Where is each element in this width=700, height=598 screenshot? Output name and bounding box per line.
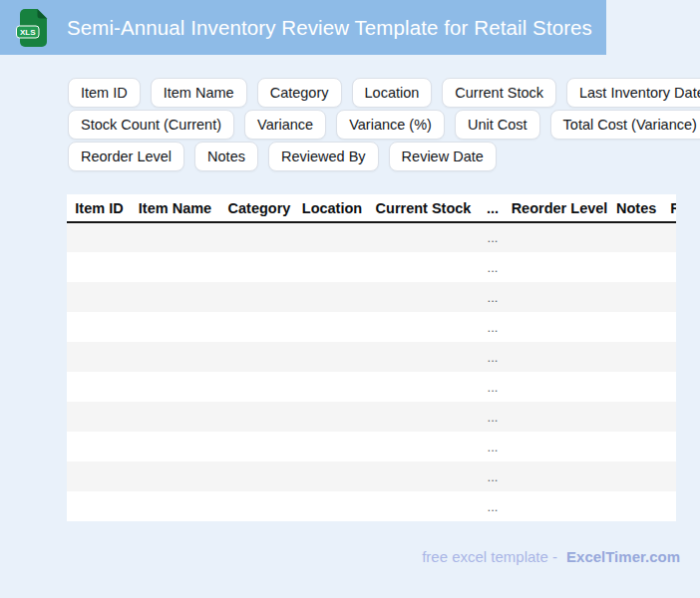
table-cell	[656, 312, 676, 342]
column-chip-review-date[interactable]: Review Date	[389, 142, 497, 171]
column-chip-item-name[interactable]: Item Name	[151, 78, 247, 108]
table-cell	[616, 222, 656, 252]
table-cell	[616, 402, 656, 432]
column-header-reviewed-by: Reviewed By	[656, 194, 676, 222]
table-cell	[364, 282, 483, 312]
table-cell	[300, 282, 364, 312]
table-cell	[616, 342, 656, 372]
table-cell	[67, 222, 132, 252]
column-chip-total-cost-variance[interactable]: Total Cost (Variance)	[550, 110, 700, 140]
column-chip-item-id[interactable]: Item ID	[68, 78, 141, 108]
table-cell	[364, 461, 483, 491]
table-cell	[67, 282, 132, 312]
table-cell	[656, 402, 676, 432]
column-chip-category[interactable]: Category	[257, 78, 342, 108]
row-ellipsis: ...	[483, 282, 503, 312]
table-cell	[616, 372, 656, 402]
table-cell	[218, 252, 300, 282]
table-cell	[364, 432, 483, 461]
column-header-current-stock: Current Stock	[364, 194, 483, 222]
table-cell	[218, 312, 300, 342]
table-cell	[67, 372, 132, 402]
xls-file-icon: XLS	[16, 8, 50, 48]
column-chip-stock-count-current[interactable]: Stock Count (Current)	[68, 110, 234, 140]
table-cell	[364, 252, 483, 282]
table-cell	[503, 312, 616, 342]
table-cell	[132, 312, 218, 342]
header-bar: XLS Semi-Annual Inventory Review Templat…	[0, 0, 606, 55]
table-cell	[656, 491, 676, 521]
column-header-item-id: Item ID	[67, 194, 132, 222]
row-ellipsis: ...	[483, 342, 503, 372]
table-cell	[132, 461, 218, 491]
table-cell	[132, 372, 218, 402]
xls-badge-label: XLS	[20, 28, 36, 37]
row-ellipsis: ...	[483, 491, 503, 521]
table-cell	[656, 282, 676, 312]
table-cell	[364, 342, 483, 372]
table-cell	[656, 372, 676, 402]
table-cell	[218, 372, 300, 402]
table-cell	[656, 222, 676, 252]
column-chip-current-stock[interactable]: Current Stock	[442, 78, 556, 108]
column-chip-list: Item IDItem NameCategoryLocationCurrent …	[68, 78, 700, 171]
column-chip-location[interactable]: Location	[352, 78, 433, 108]
column-chip-variance[interactable]: Variance (%)	[336, 110, 445, 140]
table-cell	[300, 402, 364, 432]
table-row: ...	[67, 461, 676, 491]
column-chip-unit-cost[interactable]: Unit Cost	[455, 110, 540, 140]
table-row: ...	[67, 282, 676, 312]
table-cell	[503, 461, 616, 491]
table-cell	[364, 372, 483, 402]
table-row: ...	[67, 252, 676, 282]
table-header-row: Item IDItem NameCategoryLocationCurrent …	[67, 194, 676, 222]
table-cell	[132, 342, 218, 372]
table-cell	[616, 432, 656, 461]
row-ellipsis: ...	[483, 222, 503, 252]
table-cell	[218, 342, 300, 372]
table-cell	[218, 402, 300, 432]
table-cell	[300, 342, 364, 372]
column-chip-notes[interactable]: Notes	[194, 142, 258, 171]
column-chip-last-inventory-date[interactable]: Last Inventory Date	[566, 78, 700, 108]
chip-row: Reorder LevelNotesReviewed ByReview Date	[68, 142, 700, 171]
table-cell	[364, 222, 483, 252]
column-header-item-name: Item Name	[132, 194, 218, 222]
table-cell	[616, 491, 656, 521]
table-cell	[218, 491, 300, 521]
table-cell	[616, 312, 656, 342]
brand-link[interactable]: ExcelTimer.com	[566, 548, 680, 565]
table-cell	[218, 282, 300, 312]
row-ellipsis: ...	[483, 252, 503, 282]
inventory-table: Item IDItem NameCategoryLocationCurrent …	[67, 194, 676, 521]
column-header-ellipsis: ...	[483, 194, 503, 222]
table-cell	[300, 491, 364, 521]
table-cell	[67, 432, 132, 461]
column-header-notes: Notes	[616, 194, 656, 222]
footer: free excel template -ExcelTimer.com	[422, 548, 680, 565]
table-cell	[616, 252, 656, 282]
chip-row: Stock Count (Current)VarianceVariance (%…	[68, 110, 700, 140]
table-cell	[503, 342, 616, 372]
column-chip-reviewed-by[interactable]: Reviewed By	[268, 142, 379, 171]
table-cell	[503, 491, 616, 521]
column-chip-reorder-level[interactable]: Reorder Level	[68, 142, 184, 171]
table-cell	[300, 222, 364, 252]
table-cell	[132, 432, 218, 461]
table-cell	[300, 312, 364, 342]
table-cell	[364, 491, 483, 521]
column-header-category: Category	[218, 194, 300, 222]
table-cell	[656, 461, 676, 491]
row-ellipsis: ...	[483, 372, 503, 402]
row-ellipsis: ...	[483, 432, 503, 461]
table-row: ...	[67, 432, 676, 461]
table-cell	[132, 282, 218, 312]
table-cell	[616, 282, 656, 312]
table-cell	[300, 252, 364, 282]
table-cell	[132, 402, 218, 432]
table-row: ...	[67, 372, 676, 402]
table-row: ...	[67, 342, 676, 372]
table-cell	[503, 222, 616, 252]
table-row: ...	[67, 491, 676, 521]
column-chip-variance[interactable]: Variance	[244, 110, 326, 140]
